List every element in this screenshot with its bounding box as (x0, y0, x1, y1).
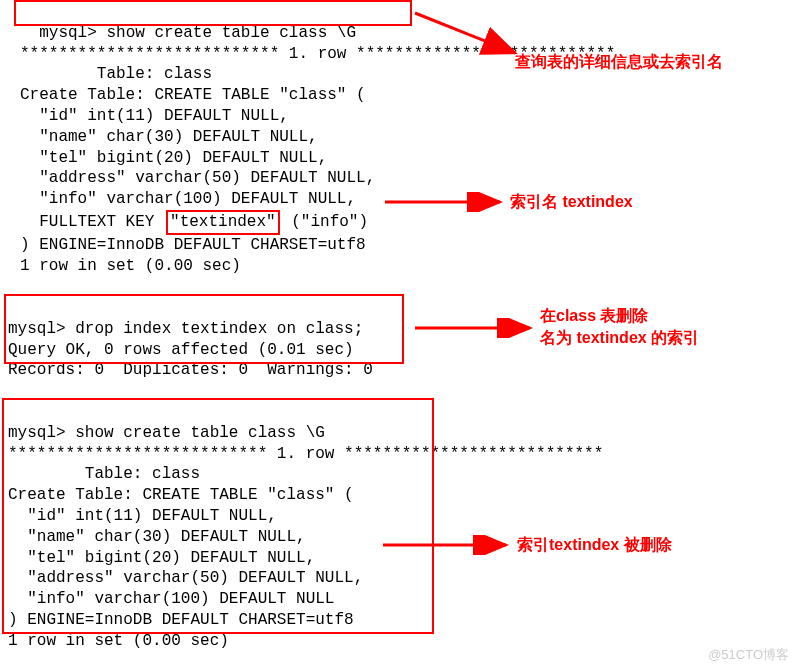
annotation-delete-index-l1: 在class 表删除 (540, 306, 648, 327)
annotation-delete-index-l2: 名为 textindex 的索引 (540, 328, 699, 349)
row-stars-left: *************************** (20, 45, 279, 63)
annotation-index-deleted: 索引textindex 被删除 (517, 535, 672, 556)
terminal-block-1: mysql> show create table class \G ******… (20, 2, 615, 276)
col-info: "info" varchar(100) DEFAULT NULL, (20, 190, 356, 208)
footer-line-2: 1 row in set (0.00 sec) (8, 632, 229, 650)
col-id: "id" int(11) DEFAULT NULL, (20, 107, 289, 125)
fulltext-pre: FULLTEXT KEY (20, 213, 164, 231)
drop-index-box (4, 294, 404, 364)
show-create-box-2 (2, 398, 434, 634)
arrow-icon (410, 318, 540, 338)
records-line: Records: 0 Duplicates: 0 Warnings: 0 (8, 361, 373, 379)
footer-line: 1 row in set (0.00 sec) (20, 257, 241, 275)
command-box-1 (14, 0, 412, 26)
annotation-index-name: 索引名 textindex (510, 192, 633, 213)
table-name-line: Table: class (20, 65, 212, 83)
col-name: "name" char(30) DEFAULT NULL, (20, 128, 318, 146)
row-marker: 1. row (279, 45, 356, 63)
mysql-prompt: mysql> (20, 24, 106, 42)
command-show-create-1: show create table class \G (106, 24, 356, 42)
fulltext-post: ("info") (282, 213, 368, 231)
col-tel: "tel" bigint(20) DEFAULT NULL, (20, 149, 327, 167)
engine-line: ) ENGINE=InnoDB DEFAULT CHARSET=utf8 (20, 236, 366, 254)
create-table-line: Create Table: CREATE TABLE "class" ( (20, 86, 366, 104)
watermark: @51CTO博客 (708, 646, 789, 664)
textindex-highlight: "textindex" (166, 210, 280, 235)
annotation-query-detail: 查询表的详细信息或去索引名 (515, 52, 723, 73)
col-address: "address" varchar(50) DEFAULT NULL, (20, 169, 375, 187)
